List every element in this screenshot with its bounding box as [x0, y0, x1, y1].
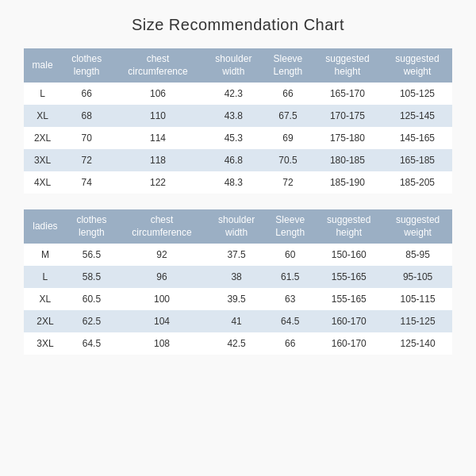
data-cell: 105-115	[383, 288, 452, 310]
data-cell: 160-170	[314, 310, 383, 332]
data-cell: 64.5	[266, 310, 314, 332]
data-cell: 118	[112, 149, 204, 171]
data-cell: 38	[207, 266, 266, 288]
data-cell: 105-125	[382, 83, 452, 105]
data-cell: 42.5	[207, 332, 266, 355]
data-cell: 62.5	[67, 310, 117, 332]
column-header-1: clothes length	[67, 209, 117, 244]
data-cell: 160-170	[314, 332, 383, 355]
column-header-4: Sleeve Length	[266, 209, 314, 244]
size-cell: XL	[24, 288, 67, 310]
data-cell: 43.8	[204, 105, 263, 127]
data-cell: 95-105	[383, 266, 452, 288]
table-row: 2XL62.51044164.5160-170115-125	[24, 310, 452, 332]
data-cell: 39.5	[207, 288, 266, 310]
size-cell: XL	[24, 105, 61, 127]
data-cell: 66	[61, 83, 112, 105]
data-cell: 70	[61, 127, 112, 149]
data-cell: 41	[207, 310, 266, 332]
male-table: maleclothes lengthchest circumferencesho…	[24, 48, 452, 194]
data-cell: 185-205	[382, 171, 452, 194]
data-cell: 155-165	[314, 288, 383, 310]
data-cell: 66	[266, 332, 314, 355]
data-cell: 115-125	[383, 310, 452, 332]
table-row: XL60.510039.563155-165105-115	[24, 288, 452, 310]
size-cell: M	[24, 244, 67, 266]
data-cell: 150-160	[314, 244, 383, 266]
data-cell: 165-170	[313, 83, 382, 105]
column-header-4: Sleeve Length	[263, 48, 313, 83]
column-header-3: shoulder width	[204, 48, 263, 83]
data-cell: 165-185	[382, 149, 452, 171]
size-cell: 2XL	[24, 127, 61, 149]
data-cell: 67.5	[263, 105, 313, 127]
data-cell: 74	[61, 171, 112, 194]
data-cell: 110	[112, 105, 204, 127]
ladies-table-wrapper: ladiesclothes lengthchest circumferences…	[24, 209, 452, 355]
table-row: L6610642.366165-170105-125	[24, 83, 452, 105]
data-cell: 69	[263, 127, 313, 149]
column-header-3: shoulder width	[207, 209, 266, 244]
data-cell: 48.3	[204, 171, 263, 194]
data-cell: 68	[61, 105, 112, 127]
column-header-5: suggested height	[314, 209, 383, 244]
data-cell: 37.5	[207, 244, 266, 266]
data-cell: 96	[117, 266, 207, 288]
data-cell: 122	[112, 171, 204, 194]
data-cell: 180-185	[313, 149, 382, 171]
data-cell: 42.3	[204, 83, 263, 105]
data-cell: 61.5	[266, 266, 314, 288]
data-cell: 60.5	[67, 288, 117, 310]
data-cell: 70.5	[263, 149, 313, 171]
data-cell: 106	[112, 83, 204, 105]
data-cell: 64.5	[67, 332, 117, 355]
table-row: 3XL7211846.870.5180-185165-185	[24, 149, 452, 171]
column-header-2: chest circumference	[117, 209, 207, 244]
data-cell: 46.8	[204, 149, 263, 171]
data-cell: 185-190	[313, 171, 382, 194]
table-row: 2XL7011445.369175-180145-165	[24, 127, 452, 149]
size-cell: L	[24, 266, 67, 288]
size-cell: 3XL	[24, 332, 67, 355]
size-cell: 3XL	[24, 149, 61, 171]
data-cell: 58.5	[67, 266, 117, 288]
page-title: Size Recommendation Chart	[132, 16, 344, 34]
data-cell: 170-175	[313, 105, 382, 127]
male-table-wrapper: maleclothes lengthchest circumferencesho…	[24, 48, 452, 194]
column-header-0: male	[24, 48, 61, 83]
data-cell: 60	[266, 244, 314, 266]
data-cell: 63	[266, 288, 314, 310]
data-cell: 155-165	[314, 266, 383, 288]
table-row: XL6811043.867.5170-175125-145	[24, 105, 452, 127]
column-header-0: ladies	[24, 209, 67, 244]
data-cell: 175-180	[313, 127, 382, 149]
column-header-6: suggested weight	[383, 209, 452, 244]
column-header-1: clothes length	[61, 48, 112, 83]
data-cell: 114	[112, 127, 204, 149]
data-cell: 72	[263, 171, 313, 194]
data-cell: 100	[117, 288, 207, 310]
data-cell: 56.5	[67, 244, 117, 266]
size-cell: 2XL	[24, 310, 67, 332]
data-cell: 85-95	[383, 244, 452, 266]
data-cell: 45.3	[204, 127, 263, 149]
table-row: 4XL7412248.372185-190185-205	[24, 171, 452, 194]
data-cell: 145-165	[382, 127, 452, 149]
table-row: 3XL64.510842.566160-170125-140	[24, 332, 452, 355]
data-cell: 92	[117, 244, 207, 266]
data-cell: 125-140	[383, 332, 452, 355]
column-header-6: suggested weight	[382, 48, 452, 83]
table-row: M56.59237.560150-16085-95	[24, 244, 452, 266]
column-header-5: suggested height	[313, 48, 382, 83]
size-cell: L	[24, 83, 61, 105]
data-cell: 72	[61, 149, 112, 171]
table-row: L58.5963861.5155-16595-105	[24, 266, 452, 288]
size-cell: 4XL	[24, 171, 61, 194]
data-cell: 104	[117, 310, 207, 332]
data-cell: 108	[117, 332, 207, 355]
data-cell: 125-145	[382, 105, 452, 127]
column-header-2: chest circumference	[112, 48, 204, 83]
ladies-table: ladiesclothes lengthchest circumferences…	[24, 209, 452, 355]
data-cell: 66	[263, 83, 313, 105]
